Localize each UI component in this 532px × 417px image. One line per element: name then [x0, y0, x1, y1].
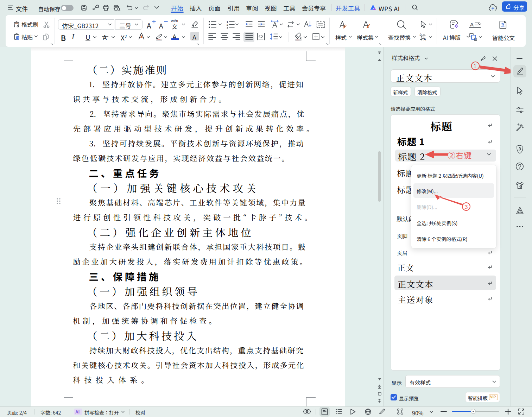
svg-text:1: 1 [473, 63, 476, 70]
svg-text:文: 文 [419, 33, 422, 37]
svg-text:A: A [470, 21, 474, 27]
svg-text:3: 3 [227, 26, 228, 29]
svg-text:A: A [424, 37, 426, 41]
svg-text:3: 3 [464, 204, 468, 210]
